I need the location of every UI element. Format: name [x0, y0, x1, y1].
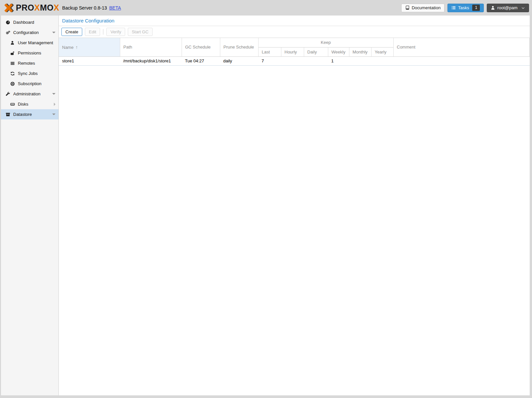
user-avatar-icon	[491, 6, 495, 10]
cell-gc-schedule: Tue 04:27	[182, 56, 220, 65]
column-header-keep-weekly[interactable]: Weekly	[328, 47, 349, 56]
task-list-icon	[451, 6, 456, 10]
cell-comment	[393, 56, 530, 65]
column-header-gc-schedule[interactable]: GC Schedule	[182, 38, 220, 56]
wrench-icon	[5, 92, 11, 96]
create-button[interactable]: Create	[61, 28, 82, 36]
edit-button: Edit	[85, 28, 100, 36]
column-header-prune-schedule[interactable]: Prune Schedule	[220, 38, 258, 56]
sidebar-item-label: Disks	[18, 102, 54, 107]
chevron-right-icon	[54, 103, 55, 106]
sidebar-item-label: Dashboard	[13, 20, 55, 25]
sidebar-item-sync-jobs[interactable]: Sync Jobs	[1, 68, 58, 79]
documentation-label: Documentation	[412, 5, 441, 10]
sidebar-item-label: User Management	[18, 40, 55, 45]
column-header-comment[interactable]: Comment	[393, 38, 530, 56]
cell-keep-last: 7	[258, 56, 281, 65]
main-panel: Datastore Configuration Create Edit Veri…	[59, 16, 530, 395]
column-header-keep-monthly[interactable]: Monthly	[349, 47, 371, 56]
cell-keep-monthly	[349, 56, 371, 65]
column-header-name[interactable]: Name↑	[59, 38, 120, 56]
sidebar-item-label: Permissions	[18, 50, 55, 55]
dashboard-icon	[5, 20, 11, 25]
chevron-down-icon	[521, 6, 525, 10]
user-menu-button[interactable]: root@pam	[487, 4, 529, 12]
cell-name: store1	[59, 56, 120, 65]
column-header-keep-last[interactable]: Last	[258, 47, 281, 56]
sidebar-item-label: Configuration	[13, 30, 52, 35]
life-ring-icon	[10, 82, 15, 86]
sidebar-item-label: Remotes	[18, 61, 55, 66]
hdd-icon	[10, 102, 15, 107]
sidebar-item-permissions[interactable]: Permissions	[1, 48, 58, 58]
sort-ascending-icon: ↑	[76, 45, 78, 50]
top-header: PROXMOX Backup Server 0.8-13 BETA Docume…	[0, 0, 532, 16]
tasks-button[interactable]: Tasks 1	[447, 4, 484, 12]
sidebar-item-remotes[interactable]: Remotes	[1, 58, 58, 68]
column-header-keep-yearly[interactable]: Yearly	[371, 47, 393, 56]
user-label: root@pam	[497, 5, 517, 10]
tasks-label: Tasks	[458, 5, 469, 10]
column-header-keep-hourly[interactable]: Hourly	[281, 47, 304, 56]
sidebar-item-label: Sync Jobs	[18, 71, 55, 76]
user-icon	[10, 41, 15, 45]
workspace: Dashboard Configuration User	[1, 16, 530, 395]
documentation-button[interactable]: Documentation	[401, 4, 444, 12]
sidebar-item-configuration[interactable]: Configuration	[1, 27, 58, 38]
toolbar-separator	[103, 29, 103, 35]
sidebar-item-label: Datastore	[13, 112, 52, 117]
gears-icon	[5, 30, 11, 35]
sidebar: Dashboard Configuration User	[1, 16, 59, 395]
datastore-table: Name↑ Path GC Schedule Prune Schedule Ke…	[59, 38, 530, 66]
sidebar-item-disks[interactable]: Disks	[1, 99, 58, 109]
sidebar-item-dashboard[interactable]: Dashboard	[1, 17, 58, 27]
chevron-down-icon	[52, 93, 55, 95]
table-row-store1[interactable]: store1 /mnt/backup/disk1/store1 Tue 04:2…	[59, 56, 530, 65]
unlock-icon	[10, 51, 15, 55]
chevron-down-icon	[52, 32, 55, 33]
proxmox-x-logo-icon	[3, 3, 15, 13]
sidebar-item-label: Subscription	[18, 81, 55, 86]
app-title: Backup Server 0.8-13	[62, 5, 107, 11]
cell-path: /mnt/backup/disk1/store1	[120, 56, 182, 65]
beta-link[interactable]: BETA	[109, 5, 121, 11]
toolbar: Create Edit Verify Start GC	[59, 26, 530, 38]
archive-icon	[5, 112, 11, 117]
cell-prune-schedule: daily	[220, 56, 258, 65]
cell-keep-yearly	[371, 56, 393, 65]
tasks-count-badge: 1	[472, 5, 480, 11]
sidebar-item-subscription[interactable]: Subscription	[1, 79, 58, 89]
start-gc-button: Start GC	[128, 28, 153, 36]
list-icon	[10, 61, 15, 66]
column-header-keep-daily[interactable]: Daily	[304, 47, 328, 56]
cell-keep-daily	[304, 56, 328, 65]
book-icon	[405, 6, 409, 10]
cell-keep-hourly	[281, 56, 304, 65]
proxmox-logo: PROXMOX	[3, 3, 59, 13]
sync-icon	[10, 71, 15, 76]
sidebar-item-user-management[interactable]: User Management	[1, 38, 58, 48]
chevron-down-icon	[52, 114, 55, 115]
sidebar-item-datastore[interactable]: Datastore	[1, 109, 58, 119]
sidebar-item-administration[interactable]: Administration	[1, 89, 58, 99]
sidebar-item-label: Administration	[13, 91, 52, 96]
proxmox-logo-text: PROXMOX	[16, 4, 59, 12]
verify-button: Verify	[106, 28, 125, 36]
column-group-keep: Keep	[258, 38, 393, 47]
column-header-path[interactable]: Path	[120, 38, 182, 56]
cell-keep-weekly: 1	[328, 56, 349, 65]
page-title: Datastore Configuration	[59, 16, 530, 26]
